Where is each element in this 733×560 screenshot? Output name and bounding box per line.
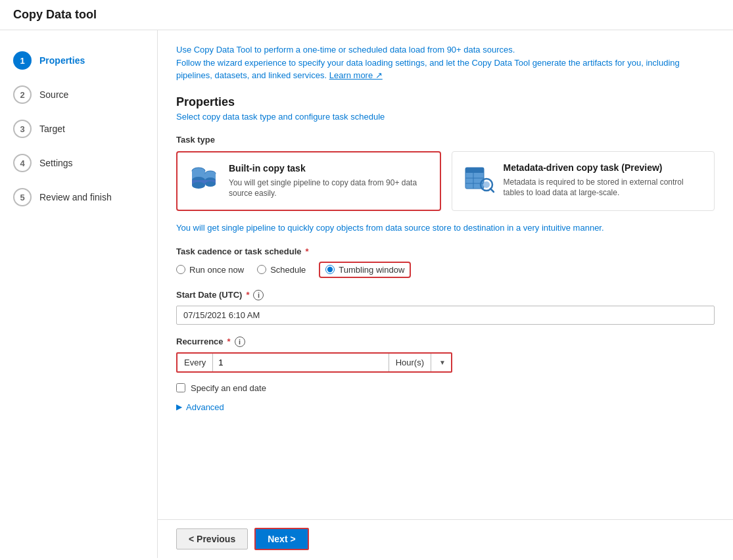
recurrence-input-row: Every Hour(s) ▼ bbox=[176, 352, 452, 373]
info-text: You will get single pipeline to quickly … bbox=[176, 222, 715, 235]
app-title: Copy Data tool bbox=[13, 8, 720, 22]
sidebar-label-source: Source bbox=[39, 89, 68, 100]
learn-more-link[interactable]: Learn more ↗ bbox=[329, 70, 383, 80]
footer: < Previous Next > bbox=[158, 519, 733, 558]
start-date-input[interactable] bbox=[176, 306, 715, 325]
radio-run-once-label: Run once now bbox=[189, 265, 244, 275]
metadata-card-desc: Metadata is required to be stored in ext… bbox=[504, 177, 704, 199]
radio-tumbling-box[interactable]: Tumbling window bbox=[319, 262, 411, 278]
start-date-info-icon[interactable]: i bbox=[253, 290, 264, 300]
task-card-metadata[interactable]: Metadata-driven copy task (Preview) Meta… bbox=[452, 151, 715, 212]
recurrence-every-label: Every bbox=[177, 354, 212, 371]
task-type-label: Task type bbox=[176, 135, 715, 145]
svg-point-4 bbox=[192, 182, 205, 189]
advanced-row[interactable]: ▶ Advanced bbox=[176, 402, 715, 412]
content-area: Use Copy Data Tool to perform a one-time… bbox=[158, 30, 733, 558]
svg-point-16 bbox=[483, 181, 490, 188]
metadata-card-text: Metadata-driven copy task (Preview) Meta… bbox=[504, 162, 704, 199]
builtin-copy-icon bbox=[188, 163, 220, 195]
radio-tumbling[interactable]: Tumbling window bbox=[325, 265, 404, 275]
sidebar-label-target: Target bbox=[39, 124, 65, 134]
step-circle-3: 3 bbox=[13, 120, 32, 138]
sidebar-item-target[interactable]: 3 Target bbox=[0, 112, 157, 146]
recurrence-dropdown[interactable]: ▼ bbox=[431, 358, 451, 366]
task-type-row: Built-in copy task You will get single p… bbox=[176, 151, 715, 212]
recurrence-required: * bbox=[227, 337, 231, 346]
step-circle-5: 5 bbox=[13, 188, 32, 206]
radio-tumbling-input[interactable] bbox=[325, 265, 335, 274]
main-layout: 1 Properties 2 Source 3 Target 4 Setting… bbox=[0, 30, 733, 558]
radio-run-once[interactable]: Run once now bbox=[176, 265, 244, 275]
sidebar-item-review[interactable]: 5 Review and finish bbox=[0, 180, 157, 214]
sidebar-item-properties[interactable]: 1 Properties bbox=[0, 43, 157, 78]
sidebar-item-source[interactable]: 2 Source bbox=[0, 78, 157, 112]
previous-button[interactable]: < Previous bbox=[176, 528, 248, 549]
step-circle-2: 2 bbox=[13, 85, 32, 104]
content-scroll: Use Copy Data Tool to perform a one-time… bbox=[158, 30, 733, 519]
recurrence-field-label: Recurrence * i bbox=[176, 337, 715, 347]
step-circle-1: 1 bbox=[13, 51, 32, 70]
section-title: Properties bbox=[176, 95, 715, 109]
recurrence-dropdown-arrow: ▼ bbox=[439, 359, 446, 366]
sidebar-label-settings: Settings bbox=[39, 158, 73, 168]
radio-schedule-label: Schedule bbox=[270, 265, 306, 275]
builtin-card-desc: You will get single pipeline to copy dat… bbox=[229, 177, 429, 200]
specify-end-date-row: Specify an end date bbox=[176, 383, 715, 393]
sidebar-item-settings[interactable]: 4 Settings bbox=[0, 146, 157, 180]
advanced-chevron-icon: ▶ bbox=[176, 402, 182, 411]
recurrence-info-icon[interactable]: i bbox=[235, 337, 245, 347]
intro-text: Use Copy Data Tool to perform a one-time… bbox=[176, 43, 715, 82]
radio-run-once-input[interactable] bbox=[176, 265, 185, 274]
sidebar-label-review: Review and finish bbox=[39, 192, 112, 202]
specify-end-date-label: Specify an end date bbox=[191, 383, 266, 393]
radio-tumbling-label: Tumbling window bbox=[339, 265, 404, 275]
section-subtitle: Select copy data task type and configure… bbox=[176, 112, 715, 122]
specify-end-date-checkbox[interactable] bbox=[176, 383, 185, 392]
metadata-copy-icon bbox=[463, 162, 494, 194]
builtin-card-title: Built-in copy task bbox=[229, 163, 429, 174]
step-circle-4: 4 bbox=[13, 154, 32, 172]
svg-point-9 bbox=[205, 181, 216, 187]
start-date-input-wrapper bbox=[176, 306, 715, 325]
sidebar-label-properties: Properties bbox=[39, 55, 85, 66]
svg-rect-11 bbox=[465, 168, 484, 173]
start-date-required: * bbox=[246, 290, 249, 300]
advanced-label: Advanced bbox=[186, 402, 224, 412]
next-button[interactable]: Next > bbox=[254, 528, 308, 550]
radio-schedule[interactable]: Schedule bbox=[257, 265, 306, 275]
task-cadence-label: Task cadence or task schedule * bbox=[176, 246, 715, 256]
recurrence-value-input[interactable] bbox=[212, 354, 389, 371]
sidebar: 1 Properties 2 Source 3 Target 4 Setting… bbox=[0, 30, 158, 558]
radio-schedule-input[interactable] bbox=[257, 265, 266, 274]
app-header: Copy Data tool bbox=[0, 0, 733, 30]
metadata-card-title: Metadata-driven copy task (Preview) bbox=[504, 162, 704, 173]
required-star: * bbox=[306, 246, 309, 256]
recurrence-unit: Hour(s) bbox=[389, 354, 431, 371]
builtin-card-text: Built-in copy task You will get single p… bbox=[229, 163, 429, 200]
svg-line-17 bbox=[490, 189, 494, 192]
start-date-field-label: Start Date (UTC) * i bbox=[176, 290, 715, 300]
task-card-builtin[interactable]: Built-in copy task You will get single p… bbox=[176, 151, 441, 212]
radio-group-schedule: Run once now Schedule Tumbling window bbox=[176, 262, 715, 278]
